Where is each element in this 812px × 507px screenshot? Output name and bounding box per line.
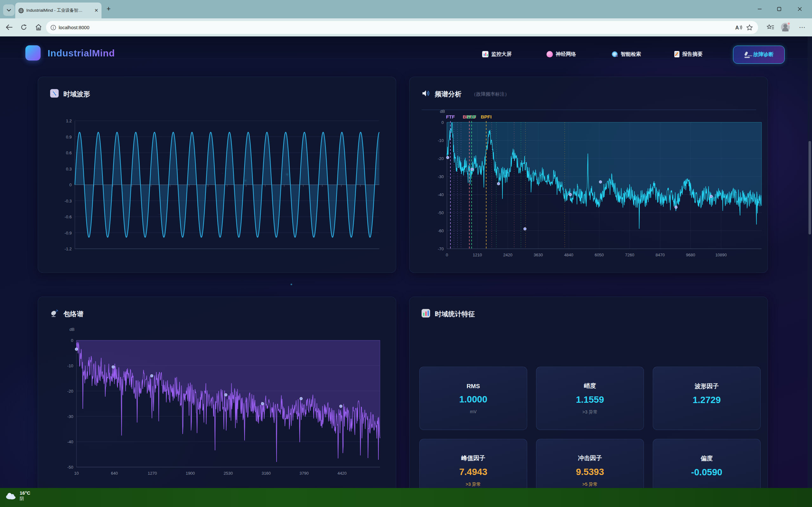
- svg-text:4420: 4420: [338, 471, 347, 475]
- url-text[interactable]: localhost:8000: [59, 25, 733, 30]
- svg-text:-20: -20: [67, 389, 73, 394]
- svg-text:FTF: FTF: [446, 114, 455, 119]
- nav-label: 故障诊断: [753, 51, 774, 58]
- stat-label: RMS: [467, 383, 480, 390]
- address-bar[interactable]: localhost:8000 A: [46, 21, 758, 34]
- panel-envelope: 包络谱 0-10-20-30-40-50dB106401270190025303…: [38, 297, 396, 488]
- stat-card-form-factor: 波形因子 1.2729: [653, 367, 761, 430]
- svg-text:2420: 2420: [503, 252, 513, 257]
- microscope-icon: [744, 52, 751, 58]
- stat-value: 1.0000: [459, 394, 488, 405]
- stat-card-impulse-factor: 冲击因子 9.5393 >5 异常: [536, 439, 644, 488]
- svg-text:-50: -50: [67, 465, 73, 469]
- panel-title: 时域统计特征: [435, 309, 475, 319]
- browser-tab-bar: IndustrialMind - 工业设备智能运维 ✕ +: [0, 0, 812, 18]
- browser-menu-icon[interactable]: ⋯: [797, 22, 808, 33]
- svg-text:0: 0: [446, 252, 448, 257]
- panel-spectrum: 频谱分析 （故障频率标注） 0-10-20-30-40-50-60-70dB01…: [409, 77, 768, 273]
- page-content: IndustrialMind 监控大屏 神经网络 智能检索 报告摘要 故障诊断 …: [0, 37, 812, 488]
- svg-text:-10: -10: [67, 363, 73, 368]
- weather-temp: 16°C: [20, 490, 31, 496]
- nav-item-report[interactable]: 报告摘要: [674, 49, 703, 60]
- site-info-icon[interactable]: [50, 25, 56, 31]
- window-close-button[interactable]: [793, 3, 807, 14]
- nav-item-neural[interactable]: 神经网络: [547, 49, 576, 60]
- svg-text:7260: 7260: [625, 252, 635, 257]
- svg-text:dB: dB: [69, 327, 74, 332]
- svg-text:1210: 1210: [473, 252, 482, 257]
- stat-label: 偏度: [701, 454, 713, 463]
- decor-dot: [291, 284, 292, 285]
- brand-name: IndustrialMind: [48, 48, 115, 59]
- svg-text:0.9: 0.9: [66, 135, 72, 139]
- home-button[interactable]: [33, 22, 44, 33]
- stat-value: 7.4943: [459, 467, 488, 477]
- nav-item-diagnosis-active[interactable]: 故障诊断: [733, 46, 785, 64]
- scrollbar-thumb[interactable]: [809, 141, 811, 234]
- svg-text:9680: 9680: [686, 252, 695, 257]
- new-tab-button[interactable]: +: [107, 6, 111, 12]
- stat-card-crest-factor: 峰值因子 7.4943 >3 异常: [419, 439, 527, 488]
- svg-text:2530: 2530: [223, 471, 233, 475]
- svg-text:3790: 3790: [299, 471, 309, 475]
- window-maximize-button[interactable]: [772, 3, 786, 14]
- svg-text:-30: -30: [67, 414, 73, 419]
- stat-label: 峰值因子: [461, 454, 485, 462]
- svg-text:10890: 10890: [715, 252, 727, 257]
- nav-item-search[interactable]: 智能检索: [612, 49, 641, 60]
- globe-favicon-icon: [18, 8, 24, 13]
- search-icon: [612, 51, 618, 57]
- read-aloud-icon[interactable]: A: [733, 22, 744, 33]
- svg-text:0.6: 0.6: [66, 151, 72, 155]
- svg-text:0: 0: [69, 182, 72, 187]
- svg-text:640: 640: [111, 471, 118, 475]
- stat-card-skewness: 偏度 -0.0590: [653, 439, 761, 488]
- svg-text:-40: -40: [67, 440, 73, 444]
- collections-icon[interactable]: [765, 22, 776, 33]
- stat-sub: mV: [470, 409, 477, 414]
- back-button[interactable]: [4, 22, 14, 33]
- panel-waveform: 时域波形 1.20.90.60.30-0.3-0.6-0.9-1.2: [38, 77, 396, 273]
- envelope-chart[interactable]: 0-10-20-30-40-50dB1064012701900253031603…: [38, 297, 397, 488]
- nav-label: 报告摘要: [682, 51, 703, 58]
- svg-text:0.3: 0.3: [66, 167, 72, 171]
- stat-label: 波形因子: [695, 382, 719, 390]
- svg-text:1270: 1270: [148, 471, 157, 475]
- svg-text:6050: 6050: [595, 252, 604, 257]
- svg-text:10: 10: [74, 471, 79, 475]
- favorite-star-icon[interactable]: [744, 22, 755, 33]
- svg-text:A: A: [735, 25, 739, 31]
- taskbar-weather-widget[interactable]: 16°C 阴: [5, 490, 31, 501]
- svg-text:-20: -20: [438, 156, 444, 161]
- refresh-button[interactable]: [18, 22, 29, 33]
- svg-text:-0.9: -0.9: [65, 231, 72, 235]
- spectrum-chart[interactable]: 0-10-20-30-40-50-60-70dB0121024203630484…: [409, 77, 768, 273]
- nav-label: 监控大屏: [491, 51, 512, 58]
- svg-text:dB: dB: [440, 109, 445, 114]
- window-minimize-button[interactable]: [753, 3, 767, 14]
- svg-text:-30: -30: [438, 174, 444, 179]
- tab-close-icon[interactable]: ✕: [94, 8, 98, 13]
- profile-avatar[interactable]: [781, 23, 790, 32]
- browser-tab[interactable]: IndustrialMind - 工业设备智能运维 ✕: [15, 3, 101, 18]
- stat-value: 9.5393: [576, 467, 604, 477]
- svg-text:-10: -10: [438, 138, 444, 143]
- svg-text:1900: 1900: [186, 471, 195, 475]
- tab-title: IndustrialMind - 工业设备智能运维: [26, 8, 87, 13]
- stat-value: 1.1559: [576, 395, 604, 405]
- svg-text:1.2: 1.2: [66, 118, 72, 123]
- svg-text:0: 0: [442, 120, 444, 125]
- stat-value: 1.2729: [693, 395, 721, 405]
- stats-card-grid: RMS 1.0000 mV 峭度 1.1559 >3 异常 波形因子 1.272…: [419, 367, 761, 488]
- brain-icon: [547, 51, 553, 57]
- screen: IndustrialMind - 工业设备智能运维 ✕ + localhost:…: [0, 0, 812, 507]
- scrollbar-track[interactable]: [808, 37, 812, 488]
- waveform-chart[interactable]: 1.20.90.60.30-0.3-0.6-0.9-1.2: [38, 77, 397, 273]
- stats-bar-chart-icon: [421, 309, 430, 318]
- svg-text:-50: -50: [438, 210, 444, 215]
- nav-item-monitor[interactable]: 监控大屏: [482, 49, 512, 60]
- stat-sub: >3 异常: [466, 482, 481, 487]
- bar-chart-icon: [482, 51, 489, 57]
- tab-search-button[interactable]: [3, 4, 14, 16]
- memo-icon: [674, 51, 679, 57]
